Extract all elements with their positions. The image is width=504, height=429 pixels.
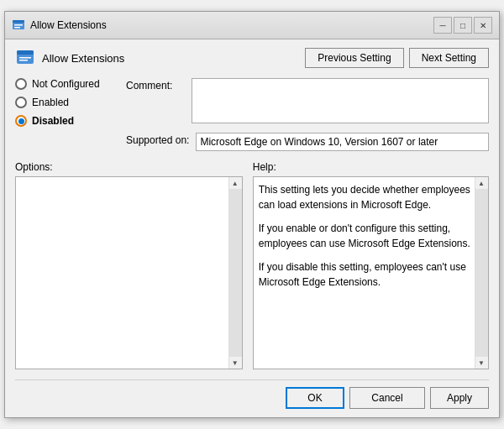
ok-button[interactable]: OK xyxy=(286,387,344,409)
radio-circle-disabled xyxy=(15,115,27,127)
svg-rect-2 xyxy=(14,24,23,26)
radio-disabled[interactable]: Disabled xyxy=(15,115,116,127)
main-body: Not Configured Enabled Disabled xyxy=(15,78,489,158)
help-content: This setting lets you decide whether emp… xyxy=(254,177,488,369)
options-panel: Options: ▲ ▼ xyxy=(15,161,243,369)
options-box: ▲ ▼ xyxy=(15,176,243,369)
policy-icon xyxy=(15,48,35,68)
radio-group: Not Configured Enabled Disabled xyxy=(15,78,116,127)
scroll-down-icon[interactable]: ▼ xyxy=(229,357,241,369)
left-panel: Not Configured Enabled Disabled xyxy=(15,78,116,158)
title-bar-left: Allow Extensions xyxy=(12,18,107,32)
svg-rect-7 xyxy=(19,60,28,61)
radio-circle-enabled xyxy=(15,97,27,108)
svg-rect-6 xyxy=(19,57,31,59)
dialog-title: Allow Extensions xyxy=(42,52,124,65)
disabled-label: Disabled xyxy=(32,115,74,127)
options-help-row: Options: ▲ ▼ Help: This setting lets you… xyxy=(15,161,489,369)
header-row: Allow Extensions Previous Setting Next S… xyxy=(15,48,489,68)
comment-label: Comment: xyxy=(126,78,185,92)
radio-dot-disabled xyxy=(18,118,24,124)
maximize-button[interactable]: □ xyxy=(454,17,472,34)
svg-rect-3 xyxy=(14,27,20,29)
help-scroll-up-icon[interactable]: ▲ xyxy=(475,177,487,189)
svg-rect-1 xyxy=(13,20,24,23)
supported-field-container xyxy=(196,133,489,151)
comment-field-container xyxy=(192,78,489,126)
help-scroll-track xyxy=(475,189,488,357)
title-buttons: ─ □ ✕ xyxy=(433,17,492,34)
minimize-button[interactable]: ─ xyxy=(433,17,452,34)
help-panel: Help: This setting lets you decide wheth… xyxy=(253,161,489,369)
options-scrollbar: ▲ ▼ xyxy=(228,177,242,369)
supported-label: Supported on: xyxy=(126,133,189,146)
help-para-1: This setting lets you decide whether emp… xyxy=(259,182,473,212)
help-para-2: If you enable or don't configure this se… xyxy=(259,221,473,251)
close-button[interactable]: ✕ xyxy=(474,17,492,34)
window-icon xyxy=(12,18,25,32)
help-para-3: If you disable this setting, employees c… xyxy=(259,259,473,290)
nav-buttons: Previous Setting Next Setting xyxy=(305,48,489,68)
scroll-track xyxy=(229,189,242,357)
radio-not-configured[interactable]: Not Configured xyxy=(15,78,116,90)
next-setting-button[interactable]: Next Setting xyxy=(409,48,489,68)
options-content xyxy=(16,177,242,369)
supported-row: Supported on: xyxy=(126,133,489,151)
help-box: This setting lets you decide whether emp… xyxy=(253,176,489,369)
cancel-button[interactable]: Cancel xyxy=(349,387,425,409)
footer-buttons: OK Cancel Apply xyxy=(15,379,489,409)
enabled-label: Enabled xyxy=(32,97,69,108)
help-label: Help: xyxy=(253,161,489,173)
window-title: Allow Extensions xyxy=(30,19,107,31)
header-left: Allow Extensions xyxy=(15,48,124,68)
dialog-content: Allow Extensions Previous Setting Next S… xyxy=(5,39,499,417)
comment-textarea[interactable] xyxy=(192,78,489,123)
scroll-up-icon[interactable]: ▲ xyxy=(229,177,241,189)
radio-circle-not-configured xyxy=(15,78,27,90)
supported-field xyxy=(196,133,489,151)
prev-setting-button[interactable]: Previous Setting xyxy=(305,48,403,68)
radio-enabled[interactable]: Enabled xyxy=(15,97,116,108)
apply-button[interactable]: Apply xyxy=(430,387,489,409)
help-scrollbar: ▲ ▼ xyxy=(475,177,488,369)
title-bar: Allow Extensions ─ □ ✕ xyxy=(5,12,499,39)
not-configured-label: Not Configured xyxy=(32,78,100,90)
options-label: Options: xyxy=(15,161,243,173)
dialog-window: Allow Extensions ─ □ ✕ Allow Extensions xyxy=(4,11,500,418)
right-panel: Comment: Supported on: xyxy=(126,78,489,158)
help-scroll-down-icon[interactable]: ▼ xyxy=(475,357,487,369)
svg-rect-5 xyxy=(17,50,34,55)
comment-row: Comment: xyxy=(126,78,489,126)
